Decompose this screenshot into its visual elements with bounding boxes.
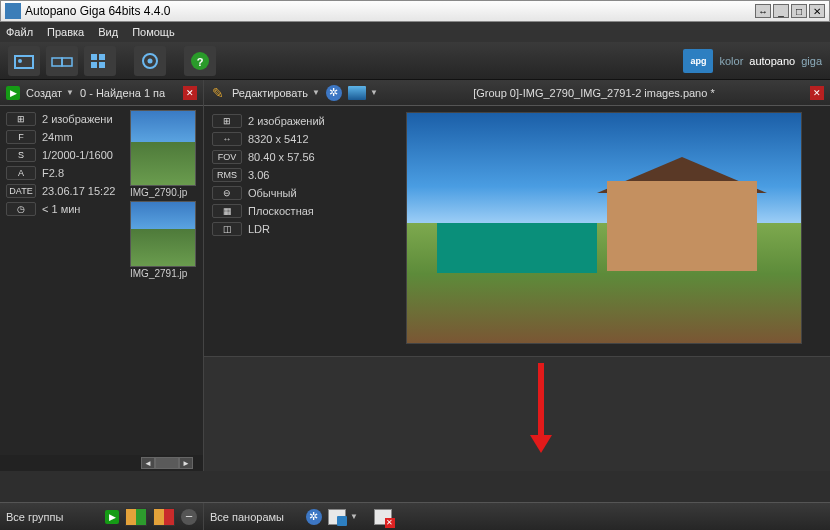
close-button[interactable]: ✕ xyxy=(809,4,825,18)
dropdown-icon[interactable]: ▼ xyxy=(350,512,358,521)
svg-rect-3 xyxy=(62,58,72,66)
right-panel: ✎ Редактировать ▼ ✲ ▼ [Group 0]-IMG_2790… xyxy=(204,80,830,471)
arrow-annotation xyxy=(530,363,554,463)
brand-main: autopano xyxy=(749,55,795,67)
close-icon[interactable]: ✕ xyxy=(810,86,824,100)
clock-icon: ◷ xyxy=(6,202,36,216)
settings-button[interactable] xyxy=(134,46,166,76)
maximize-button[interactable]: □ xyxy=(791,4,807,18)
grid-detect-button[interactable] xyxy=(84,46,116,76)
preview-image[interactable] xyxy=(406,112,802,344)
grid-icon: ⊞ xyxy=(6,112,36,126)
edit-button[interactable]: Редактировать xyxy=(232,87,308,99)
link-icon: ⊖ xyxy=(212,186,242,200)
pano-meta: ⊞2 изображений ↔8320 x 5412 FOV80.40 x 5… xyxy=(212,112,398,350)
menubar: Файл Правка Вид Помощь xyxy=(0,22,830,42)
gear-icon[interactable]: ✲ xyxy=(326,85,342,101)
focal-badge: F xyxy=(6,130,36,144)
dropdown-icon[interactable]: ▼ xyxy=(370,88,378,97)
scroll-right-icon[interactable]: ► xyxy=(179,457,193,469)
window-controls: ↔ _ □ ✕ xyxy=(755,4,825,18)
thumb-image xyxy=(130,201,196,267)
svg-rect-2 xyxy=(52,58,62,66)
file-delete-icon[interactable] xyxy=(374,509,392,525)
pano-title: [Group 0]-IMG_2790_IMG_2791-2 images.pan… xyxy=(473,87,715,99)
status-text: 0 - Найдена 1 па xyxy=(80,87,165,99)
svg-point-1 xyxy=(18,59,22,63)
proj-icon: ▦ xyxy=(212,204,242,218)
thumbnail[interactable]: IMG_2791.jp xyxy=(130,201,196,280)
menu-help[interactable]: Помощь xyxy=(132,26,175,38)
all-panos-label[interactable]: Все панорамы xyxy=(210,511,284,523)
fov-value: 80.40 x 57.56 xyxy=(248,151,315,163)
window-title: Autopano Giga 64bits 4.4.0 xyxy=(25,4,755,18)
bottom-bar: Все группы ▶ − Все панорамы ✲ ▼ xyxy=(0,502,830,530)
thumbnails: IMG_2790.jp IMG_2791.jp xyxy=(128,106,203,455)
thumbnail[interactable]: IMG_2790.jp xyxy=(130,110,196,199)
thumb-caption: IMG_2791.jp xyxy=(130,267,196,280)
grid-icon: ⊞ xyxy=(212,114,242,128)
scrollbar[interactable]: ◄ ► xyxy=(0,455,203,471)
brand-pre: kolor xyxy=(719,55,743,67)
dropdown-icon[interactable]: ▼ xyxy=(312,88,320,97)
date-badge: DATE xyxy=(6,184,36,198)
aperture-badge: A xyxy=(6,166,36,180)
menu-view[interactable]: Вид xyxy=(98,26,118,38)
svg-rect-7 xyxy=(99,62,105,68)
thumb-caption: IMG_2790.jp xyxy=(130,186,196,199)
time-value: < 1 мин xyxy=(42,203,80,215)
left-panel-header: ▶ Создат ▼ 0 - Найдена 1 па ✕ xyxy=(0,80,203,106)
create-label[interactable]: Создат xyxy=(26,87,62,99)
minus-icon[interactable]: − xyxy=(181,509,197,525)
left-body: ⊞2 изображени F24mm S1/2000-1/1600 AF2.8… xyxy=(0,106,203,455)
help-button[interactable]: ? xyxy=(184,46,216,76)
mode-value: Обычный xyxy=(248,187,297,199)
workspace: ▶ Создат ▼ 0 - Найдена 1 па ✕ ⊞2 изображ… xyxy=(0,80,830,471)
date-value: 23.06.17 15:22 xyxy=(42,185,115,197)
play-icon[interactable]: ▶ xyxy=(105,510,119,524)
minimize-button[interactable]: _ xyxy=(773,4,789,18)
rms-badge: RMS xyxy=(212,168,242,182)
all-groups-label[interactable]: Все группы xyxy=(6,511,63,523)
left-panel: ▶ Создат ▼ 0 - Найдена 1 па ✕ ⊞2 изображ… xyxy=(0,80,204,471)
scroll-left-icon[interactable]: ◄ xyxy=(141,457,155,469)
titlebar: Autopano Giga 64bits 4.4.0 ↔ _ □ ✕ xyxy=(0,0,830,22)
open-image-button[interactable] xyxy=(8,46,40,76)
images-count: 2 изображени xyxy=(42,113,113,125)
gear-icon[interactable]: ✲ xyxy=(306,509,322,525)
blank-area xyxy=(204,356,830,471)
app-icon xyxy=(5,3,21,19)
grid-add-icon[interactable] xyxy=(125,508,147,526)
pencil-icon: ✎ xyxy=(210,85,226,101)
brand-area: apg kolor autopano giga xyxy=(683,49,822,73)
aperture-value: F2.8 xyxy=(42,167,64,179)
scroll-thumb[interactable] xyxy=(155,457,179,469)
bottom-left: Все группы ▶ − xyxy=(0,503,204,530)
bottom-right: Все панорамы ✲ ▼ xyxy=(204,503,830,530)
svg-text:?: ? xyxy=(197,56,204,68)
close-icon[interactable]: ✕ xyxy=(183,86,197,100)
play-icon[interactable]: ▶ xyxy=(6,86,20,100)
shutter-value: 1/2000-1/1600 xyxy=(42,149,113,161)
render-icon[interactable] xyxy=(348,86,366,100)
resize-button[interactable]: ↔ xyxy=(755,4,771,18)
size-icon: ↔ xyxy=(212,132,242,146)
pano-images: 2 изображений xyxy=(248,115,325,127)
brand-post: giga xyxy=(801,55,822,67)
grid-remove-icon[interactable] xyxy=(153,508,175,526)
svg-rect-0 xyxy=(15,56,33,68)
svg-rect-4 xyxy=(91,54,97,60)
menu-edit[interactable]: Правка xyxy=(47,26,84,38)
ldr-icon: ◫ xyxy=(212,222,242,236)
dropdown-icon[interactable]: ▼ xyxy=(66,88,74,97)
proj-value: Плоскостная xyxy=(248,205,314,217)
rms-value: 3.06 xyxy=(248,169,269,181)
menu-file[interactable]: Файл xyxy=(6,26,33,38)
focal-value: 24mm xyxy=(42,131,73,143)
file-render-icon[interactable] xyxy=(328,509,346,525)
preview-area xyxy=(406,112,822,350)
shutter-badge: S xyxy=(6,148,36,162)
ldr-value: LDR xyxy=(248,223,270,235)
svg-rect-5 xyxy=(99,54,105,60)
open-images-button[interactable] xyxy=(46,46,78,76)
